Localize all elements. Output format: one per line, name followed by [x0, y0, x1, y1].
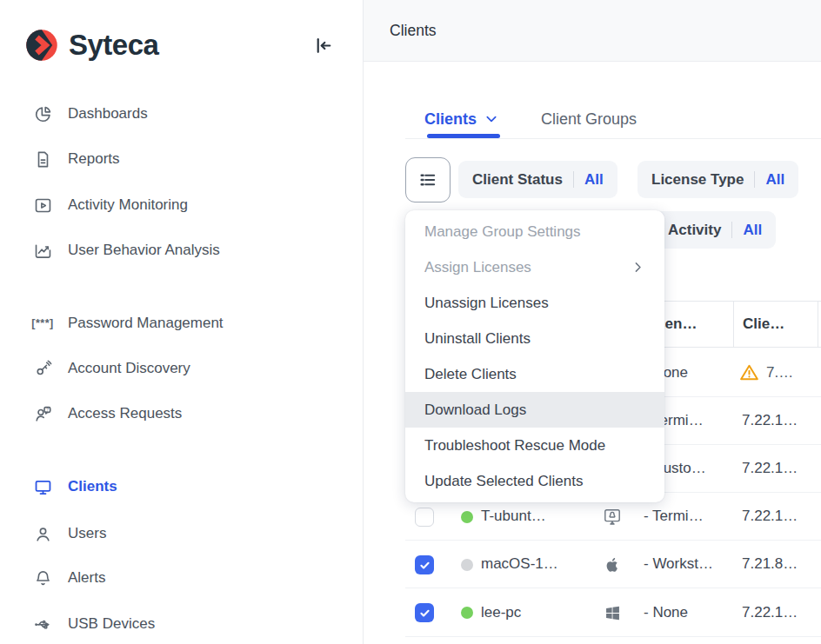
sidebar-item-label: Password Management: [68, 315, 224, 332]
filter-value: All: [743, 222, 762, 239]
menu-item-troubleshoot-rescue-mode[interactable]: Troubleshoot Rescue Mode: [405, 428, 664, 463]
sidebar-item-activity-monitoring[interactable]: Activity Monitoring: [31, 193, 188, 217]
sidebar-item-label: Access Requests: [68, 405, 182, 422]
menu-item-unassign-licenses[interactable]: Unassign Licenses: [405, 285, 664, 321]
filter-label: License Type: [651, 171, 744, 189]
document-icon: [31, 149, 54, 169]
sidebar-item-label: Reports: [68, 150, 120, 168]
menu-item-delete-clients[interactable]: Delete Clients: [405, 356, 664, 392]
syteca-app: Syteca Dashboards Reports: [0, 0, 821, 644]
tab-clients[interactable]: Clients: [424, 105, 498, 133]
filter-label: Client Status: [472, 171, 563, 189]
tab-clients-label: Clients: [424, 110, 477, 129]
sidebar-collapse-icon[interactable]: [311, 33, 336, 57]
tabs-divider: [405, 138, 821, 139]
person-question-icon: ?: [31, 403, 54, 424]
sidebar-item-user-behavior-analysis[interactable]: User Behavior Analysis: [31, 238, 220, 262]
version-cell: 7.22.1…: [742, 397, 798, 444]
filter-client-status[interactable]: Client Status All: [458, 161, 617, 198]
row-checkbox-checked[interactable]: [415, 555, 434, 574]
tab-client-groups-label: Client Groups: [541, 110, 637, 129]
sidebar-item-users[interactable]: Users: [31, 521, 106, 546]
sidebar-item-label: USB Devices: [68, 615, 155, 633]
version-cell: 7.22.1…: [742, 445, 798, 492]
windows-icon: [602, 602, 623, 623]
sidebar-item-clients[interactable]: Clients: [31, 475, 117, 499]
trend-chart-icon: [31, 240, 54, 261]
sidebar-item-label: Alerts: [68, 569, 105, 587]
page-header: Clients: [364, 0, 821, 62]
client-name-cell: macOS-1…: [481, 541, 558, 588]
license-cell: - Workst…: [644, 541, 713, 588]
brand-header: Syteca: [24, 26, 339, 64]
monitor-icon: [31, 476, 54, 497]
linux-icon: [602, 507, 623, 528]
column-header-client-version[interactable]: Clie…: [743, 302, 784, 347]
svg-text:?: ?: [46, 407, 49, 412]
menu-item-download-logs[interactable]: Download Logs: [405, 392, 664, 428]
sidebar-item-usb-devices[interactable]: USB Devices: [31, 612, 155, 636]
chevron-down-icon: [484, 112, 498, 126]
version-cell: 7.22.1…: [742, 588, 798, 636]
status-dot-online: [461, 607, 473, 619]
row-checkbox[interactable]: [415, 508, 434, 527]
warning-icon: [738, 362, 760, 383]
key-signal-icon: [31, 358, 54, 379]
column-divider: [818, 301, 818, 348]
tab-client-groups[interactable]: Client Groups: [541, 105, 637, 133]
list-icon: [417, 169, 438, 190]
row-checkbox-checked[interactable]: [415, 603, 434, 622]
sidebar-item-dashboards[interactable]: Dashboards: [31, 102, 148, 126]
page-title: Clients: [390, 22, 437, 40]
sidebar-item-account-discovery[interactable]: Account Discovery: [31, 356, 190, 381]
sidebar-item-access-requests[interactable]: ? Access Requests: [31, 402, 182, 426]
asterisks-icon: [***]: [31, 313, 54, 334]
filter-value: All: [765, 171, 784, 189]
pill-divider: [731, 222, 732, 238]
version-cell: 7.21.8…: [742, 541, 798, 588]
menu-item-uninstall-clients[interactable]: Uninstall Clients: [405, 321, 664, 356]
client-name-cell: lee-pc: [481, 588, 521, 636]
table-row[interactable]: macOS-1… - Workst… 7.21.8…: [405, 541, 821, 588]
person-icon: [31, 523, 54, 544]
sidebar-item-password-management[interactable]: [***] Password Management: [31, 311, 224, 335]
actions-dropdown-menu: Manage Group Settings Assign Licenses Un…: [405, 210, 664, 502]
status-dot-online: [461, 511, 473, 523]
sidebar: Syteca Dashboards Reports: [0, 0, 364, 644]
sidebar-item-reports[interactable]: Reports: [31, 147, 120, 171]
pie-chart-icon: [31, 103, 54, 124]
sidebar-item-label: Account Discovery: [68, 360, 190, 377]
bell-icon: [31, 568, 54, 588]
brand-name: Syteca: [69, 29, 158, 62]
usb-icon: [31, 614, 54, 634]
play-screen-icon: [31, 195, 54, 216]
bulk-actions-button[interactable]: [405, 157, 451, 202]
status-dot-offline: [461, 559, 473, 571]
filter-license-type[interactable]: License Type All: [637, 161, 798, 198]
menu-item-assign-licenses[interactable]: Assign Licenses: [405, 249, 664, 285]
sidebar-item-label: Clients: [68, 478, 117, 495]
menu-item-update-selected-clients[interactable]: Update Selected Clients: [405, 463, 664, 499]
pill-divider: [573, 171, 574, 188]
pill-divider: [754, 171, 755, 188]
version-cell: 7.…: [738, 349, 793, 396]
syteca-logo-icon: [24, 28, 59, 63]
column-divider: [733, 301, 734, 348]
filter-activity[interactable]: Activity All: [654, 211, 776, 249]
chevron-right-icon: [631, 260, 645, 275]
sidebar-item-alerts[interactable]: Alerts: [31, 566, 105, 590]
menu-item-manage-group-settings[interactable]: Manage Group Settings: [405, 214, 664, 249]
apple-icon: [602, 554, 623, 575]
sidebar-item-label: Users: [68, 525, 106, 542]
filter-label: Activity: [668, 222, 721, 239]
sidebar-item-label: Activity Monitoring: [68, 196, 188, 214]
filter-value: All: [584, 171, 604, 189]
sidebar-item-label: Dashboards: [68, 105, 148, 123]
version-cell: 7.22.1…: [742, 493, 798, 540]
table-row[interactable]: lee-pc - None 7.22.1…: [405, 588, 821, 637]
sidebar-item-label: User Behavior Analysis: [68, 242, 220, 259]
license-cell: - None: [644, 588, 688, 636]
